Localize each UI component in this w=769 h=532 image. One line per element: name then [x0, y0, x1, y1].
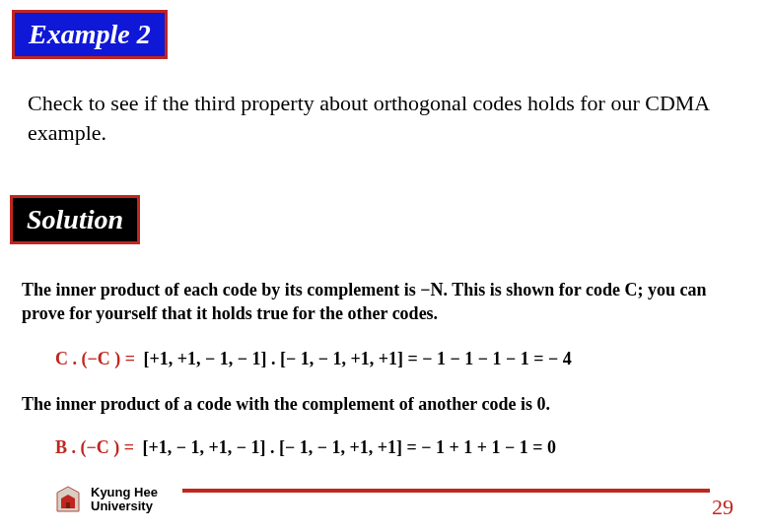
question-text: Check to see if the third property about… — [28, 89, 737, 147]
example-title-box: Example 2 — [12, 10, 168, 59]
university-line2: University — [91, 499, 158, 513]
example-title: Example 2 — [29, 19, 151, 49]
page-number: 29 — [712, 495, 734, 520]
equation-1-rhs: [+1, +1, − 1, − 1] . [− 1, − 1, +1, +1] … — [144, 349, 572, 368]
solution-title: Solution — [27, 204, 123, 234]
university-line1: Kyung Hee — [91, 486, 158, 499]
footer: Kyung Hee University — [55, 485, 158, 514]
solution-title-box: Solution — [10, 195, 140, 244]
equation-2-rhs: [+1, − 1, +1, − 1] . [− 1, − 1, +1, +1] … — [143, 437, 557, 457]
university-name: Kyung Hee University — [91, 486, 158, 514]
university-logo-icon — [55, 485, 81, 514]
footer-divider — [182, 489, 710, 493]
svg-rect-0 — [66, 502, 70, 508]
equation-1: C . (−C ) = [+1, +1, − 1, − 1] . [− 1, −… — [55, 349, 572, 369]
equation-2-lhs: B . (−C ) = — [55, 437, 138, 457]
equation-2: B . (−C ) = [+1, − 1, +1, − 1] . [− 1, −… — [55, 437, 556, 458]
equation-1-lhs: C . (−C ) = — [55, 349, 139, 368]
intro-paragraph-1: The inner product of each code by its co… — [22, 278, 751, 326]
intro-paragraph-2: The inner product of a code with the com… — [22, 394, 751, 415]
